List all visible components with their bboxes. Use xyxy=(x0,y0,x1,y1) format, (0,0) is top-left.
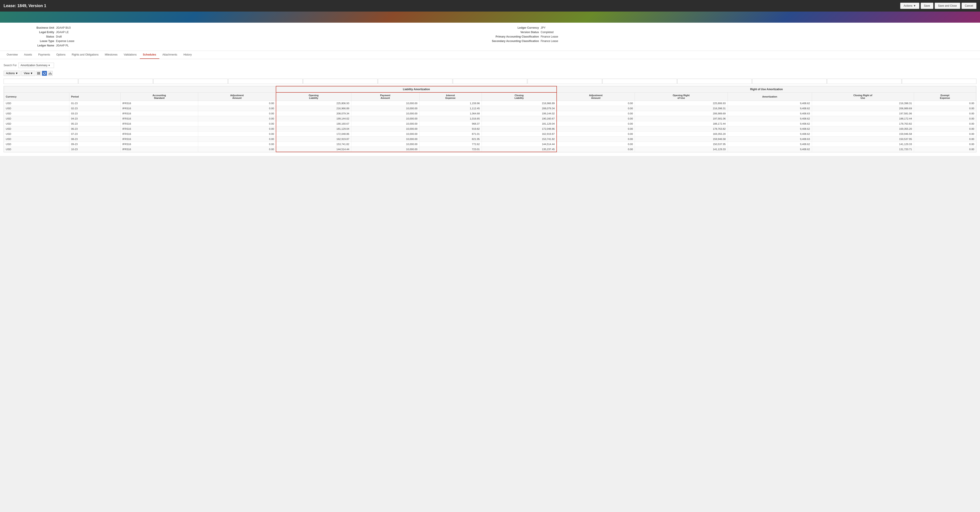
toolbar-actions-label: Actions xyxy=(6,72,15,75)
columns-icon[interactable] xyxy=(36,71,41,76)
table-cell: 178,763.82 xyxy=(812,121,914,126)
table-cell: 144,514.44 xyxy=(276,147,351,152)
filter-std[interactable] xyxy=(153,79,228,84)
tab-rights-obligations[interactable]: Rights and Obligations xyxy=(68,51,102,59)
table-cell: USD xyxy=(4,101,69,106)
tab-attachments[interactable]: Attachments xyxy=(159,51,180,59)
table-cell: 09-23 xyxy=(69,142,121,147)
table-cell: 10,000.00 xyxy=(351,132,419,137)
table-cell: 0.00 xyxy=(557,137,635,142)
table-cell: 10,000.00 xyxy=(351,101,419,106)
legal-entity-row: Legal Entity JGAAP LE xyxy=(5,31,490,34)
filter-currency[interactable] xyxy=(3,79,78,84)
dropdown-chevron-icon: ▾ xyxy=(48,64,50,67)
secondary-class-value: Finance Lease xyxy=(541,40,558,43)
status-row: Status Draft xyxy=(5,35,490,38)
col-adj: AdjustmentAmount xyxy=(198,92,276,101)
table-cell: 188,172.44 xyxy=(812,116,914,121)
filter-close-rou[interactable] xyxy=(827,79,902,84)
secondary-class-label: Secondary Accounting Classification xyxy=(490,40,539,43)
save-close-button[interactable]: Save and Close xyxy=(935,3,960,9)
filter-open-rou[interactable] xyxy=(677,79,752,84)
table-cell: 178,763.82 xyxy=(635,126,727,132)
filter-close-liab[interactable] xyxy=(528,79,602,84)
table-cell: 05-23 xyxy=(69,121,121,126)
ledger-name-row: Ledger Name JGAAP PL xyxy=(5,44,490,47)
table-cell: 0.00 xyxy=(914,121,976,126)
info-right: Ledger Currency JPY Version Status Compl… xyxy=(490,26,975,47)
table-cell: 04-23 xyxy=(69,116,121,121)
col-period: Period xyxy=(69,92,121,101)
ledger-currency-label: Ledger Currency xyxy=(490,26,539,29)
filter-row xyxy=(3,79,977,84)
table-cell: 0.00 xyxy=(557,111,635,116)
group-header-row: Liability Amortization Right of Use Amor… xyxy=(4,86,976,92)
table-row: USD08-23IFRS160.00162,919.8710,000.00821… xyxy=(4,137,976,142)
ledger-currency-value: JPY xyxy=(541,26,546,29)
filter-int[interactable] xyxy=(453,79,527,84)
table-cell: USD xyxy=(4,116,69,121)
table-cell: 216,398.31 xyxy=(635,106,727,111)
filter-period[interactable] xyxy=(78,79,153,84)
status-label: Status xyxy=(5,35,54,38)
filter-open-liab[interactable] xyxy=(303,79,377,84)
filter-exempt[interactable] xyxy=(902,79,977,84)
legal-entity-value: JGAAP LE xyxy=(56,31,68,34)
table-cell: 206,989.69 xyxy=(635,111,727,116)
tab-schedules[interactable]: Schedules xyxy=(140,51,159,59)
table-cell: 141,129.33 xyxy=(812,142,914,147)
toolbar-actions-button[interactable]: Actions ▼ xyxy=(3,71,21,76)
tab-assets[interactable]: Assets xyxy=(21,51,35,59)
table-cell: 0.00 xyxy=(198,106,276,111)
table-cell: IFRS16 xyxy=(121,147,198,152)
table-cell: 190,160.67 xyxy=(276,121,351,126)
col-close-liab: ClosingLiability xyxy=(482,92,557,101)
table-cell: 10-23 xyxy=(69,147,121,152)
table-cell: 07-23 xyxy=(69,132,121,137)
table-cell: 197,581.06 xyxy=(635,116,727,121)
tab-history[interactable]: History xyxy=(180,51,195,59)
version-status-value: Completed xyxy=(541,31,554,34)
svg-marker-3 xyxy=(43,73,44,73)
col-open-rou: Opening Rightof Use xyxy=(635,92,727,101)
table-cell: 172,048.86 xyxy=(276,132,351,137)
table-cell: 03-23 xyxy=(69,111,121,116)
header-actions-button[interactable]: Actions ▼ xyxy=(900,3,919,9)
info-left: Business Unit JGAAP BU3 Legal Entity JGA… xyxy=(5,26,490,47)
table-cell: 02-23 xyxy=(69,106,121,111)
table-cell: IFRS16 xyxy=(121,142,198,147)
table-cell: 10,000.00 xyxy=(351,142,419,147)
cancel-button[interactable]: Cancel xyxy=(962,3,977,9)
tab-options[interactable]: Options xyxy=(53,51,68,59)
search-for-dropdown[interactable]: Amortization Summary ▾ xyxy=(18,63,54,68)
table-cell: 871.01 xyxy=(419,132,482,137)
table-cell: 772.62 xyxy=(419,142,482,147)
tab-payments[interactable]: Payments xyxy=(35,51,53,59)
refresh-icon[interactable] xyxy=(42,71,47,76)
table-cell: 208,079.34 xyxy=(482,106,557,111)
tab-validations[interactable]: Validations xyxy=(121,51,140,59)
table-cell: 10,000.00 xyxy=(351,137,419,142)
save-button[interactable]: Save xyxy=(921,3,933,9)
version-status-label: Version Status xyxy=(490,31,539,34)
filter-amort[interactable] xyxy=(752,79,827,84)
table-cell: 9,408.62 xyxy=(727,116,812,121)
filter-pay[interactable] xyxy=(378,79,452,84)
table-cell: USD xyxy=(4,106,69,111)
tab-overview[interactable]: Overview xyxy=(3,51,21,59)
search-row: Search For Amortization Summary ▾ xyxy=(3,63,977,68)
filter-rou-adj[interactable] xyxy=(603,79,677,84)
export-icon[interactable] xyxy=(48,71,52,76)
filter-adj[interactable] xyxy=(228,79,303,84)
table-cell: 199,144.02 xyxy=(482,111,557,116)
toolbar-view-button[interactable]: View ▼ xyxy=(21,71,35,76)
table-cell: 0.00 xyxy=(914,137,976,142)
table-cell: 172,048.86 xyxy=(482,126,557,132)
table-cell: 06-23 xyxy=(69,126,121,132)
tab-milestones[interactable]: Milestones xyxy=(102,51,121,59)
col-rou-adj: AdjustmentAmount xyxy=(557,92,635,101)
table-cell: 1,112.45 xyxy=(419,106,482,111)
table-body: USD01-23IFRS160.00225,806.9310,000.001,1… xyxy=(4,101,976,152)
table-cell: IFRS16 xyxy=(121,101,198,106)
toolbar-view-label: View xyxy=(24,72,30,75)
